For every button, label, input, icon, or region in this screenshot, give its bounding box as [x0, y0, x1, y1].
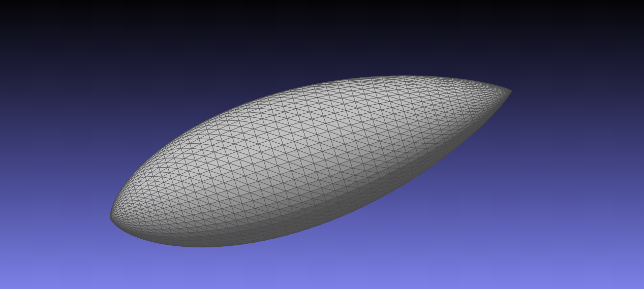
- 3d-viewport[interactable]: [0, 0, 644, 289]
- mesh-canvas[interactable]: [0, 0, 644, 289]
